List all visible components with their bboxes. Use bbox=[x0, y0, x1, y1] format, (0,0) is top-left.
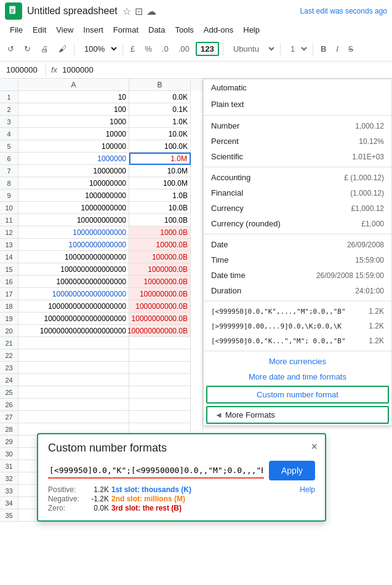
custom-number-format-item[interactable]: Custom number format bbox=[206, 386, 389, 404]
cell-a[interactable]: 1000000000000000 bbox=[18, 263, 129, 276]
spreadsheet-title[interactable]: Untitled spreadsheet bbox=[27, 6, 118, 17]
currency-rounded-item[interactable]: Currency (rounded) £1,000 bbox=[204, 216, 391, 231]
currency-item[interactable]: Currency £1,000.12 bbox=[204, 201, 391, 216]
cell-b[interactable]: 10.0K bbox=[129, 128, 191, 140]
cell-b[interactable]: 1.0B bbox=[129, 189, 191, 202]
cell-b-empty[interactable] bbox=[129, 374, 191, 386]
cell-a-empty[interactable] bbox=[18, 386, 129, 399]
cell-a[interactable]: 1000000000000000000 bbox=[18, 300, 129, 312]
cell-b[interactable]: 100.0M bbox=[129, 177, 191, 189]
cell-b[interactable]: 1000.0B bbox=[129, 226, 191, 239]
date-time-item[interactable]: Date time 26/09/2008 15:59:00 bbox=[204, 268, 391, 283]
duration-item[interactable]: Duration 24:01:00 bbox=[204, 283, 391, 298]
apply-button[interactable]: Apply bbox=[269, 461, 315, 480]
cell-a[interactable]: 100000 bbox=[18, 140, 129, 153]
date-item[interactable]: Date 26/09/2008 bbox=[204, 237, 391, 252]
cell-a[interactable]: 10000000000 bbox=[18, 202, 129, 214]
cell-a[interactable]: 100000000 bbox=[18, 177, 129, 189]
scientific-item[interactable]: Scientific 1.01E+03 bbox=[204, 149, 391, 164]
cell-a[interactable]: 100 bbox=[18, 103, 129, 116]
print-button[interactable]: 🖨 bbox=[37, 42, 52, 56]
cell-b[interactable]: 10000.0B bbox=[129, 239, 191, 251]
paint-format-button[interactable]: 🖌 bbox=[55, 42, 70, 56]
cell-a[interactable]: 100000000000000 bbox=[18, 251, 129, 263]
cell-a[interactable]: 10000000 bbox=[18, 165, 129, 177]
cell-b[interactable]: 10.0B bbox=[129, 202, 191, 214]
font-size-select[interactable]: 10 bbox=[284, 41, 309, 57]
format-123-button[interactable]: 123 bbox=[196, 42, 219, 56]
more-formats-item[interactable]: ◄ More Formats bbox=[206, 406, 389, 424]
cell-a[interactable]: 100000000000 bbox=[18, 214, 129, 226]
cell-b[interactable]: 1.0K bbox=[129, 116, 191, 128]
star-icon[interactable]: ☆ bbox=[122, 6, 131, 17]
menu-tools[interactable]: Tools bbox=[170, 24, 198, 36]
decimal0-button[interactable]: .0 bbox=[158, 42, 172, 56]
help-link[interactable]: Help bbox=[300, 485, 315, 494]
redo-button[interactable]: ↻ bbox=[20, 42, 34, 56]
menu-format[interactable]: Format bbox=[108, 24, 143, 36]
cell-b[interactable]: 100000000000.0B bbox=[129, 325, 191, 337]
time-item[interactable]: Time 15:59:00 bbox=[204, 252, 391, 268]
font-select[interactable]: Ubuntu bbox=[227, 41, 276, 57]
plain-text-item[interactable]: Plain text bbox=[204, 96, 391, 113]
percent-button[interactable]: % bbox=[141, 42, 156, 56]
cell-b[interactable]: 100.0K bbox=[129, 140, 191, 153]
cell-b[interactable]: 100000000.0B bbox=[129, 288, 191, 300]
cell-b[interactable]: 100000.0B bbox=[129, 251, 191, 263]
cnf-format-input[interactable]: [<999950]0.0,"K";[<99950000]0.0,,"M";0.0… bbox=[48, 463, 264, 479]
cnf-close-button[interactable]: × bbox=[311, 440, 318, 453]
cell-a-empty[interactable] bbox=[18, 399, 129, 411]
menu-view[interactable]: View bbox=[51, 24, 78, 36]
cell-a[interactable]: 10000000000000000000 bbox=[18, 312, 129, 325]
custom1-item[interactable]: [<999950]0.0,"K",...,"M";0.0,,"B" 1.2K bbox=[204, 304, 391, 319]
zoom-select[interactable]: 100% bbox=[78, 41, 119, 57]
number-item[interactable]: Number 1,000.12 bbox=[204, 118, 391, 133]
cell-b-empty[interactable] bbox=[129, 411, 191, 423]
cell-a[interactable]: 100000000000000000 bbox=[18, 288, 129, 300]
currency-button[interactable]: £ bbox=[127, 42, 138, 56]
cell-b[interactable]: 1000000000.0B bbox=[129, 300, 191, 312]
strikethrough-button[interactable]: S̶ bbox=[345, 42, 357, 56]
financial-item[interactable]: Financial (1,000.12) bbox=[204, 185, 391, 201]
cell-b-empty[interactable] bbox=[129, 362, 191, 374]
cell-a[interactable]: 10 bbox=[18, 91, 129, 103]
cell-a[interactable]: 1000 bbox=[18, 116, 129, 128]
cell-b[interactable]: 100.0B bbox=[129, 214, 191, 226]
cell-a[interactable]: 1000000 bbox=[18, 153, 129, 165]
bookmark-icon[interactable]: ⊡ bbox=[135, 6, 143, 17]
cell-a[interactable]: 1000000000000 bbox=[18, 226, 129, 239]
cell-a[interactable]: 10000 bbox=[18, 128, 129, 140]
menu-file[interactable]: File bbox=[5, 24, 28, 36]
percent-item[interactable]: Percent 10.12% bbox=[204, 133, 391, 149]
menu-data[interactable]: Data bbox=[143, 24, 170, 36]
cell-a-empty[interactable] bbox=[18, 362, 129, 374]
cell-b[interactable]: 1.0M bbox=[129, 153, 191, 165]
custom3-item[interactable]: [<999950]0.0,"K...","M"; 0.0,,"B" 1.2K bbox=[204, 333, 391, 348]
cell-b-empty[interactable] bbox=[129, 349, 191, 362]
decimal00-button[interactable]: .00 bbox=[175, 42, 193, 56]
cloud-icon[interactable]: ☁ bbox=[146, 6, 156, 17]
menu-addons[interactable]: Add-ons bbox=[199, 24, 238, 36]
menu-insert[interactable]: Insert bbox=[78, 24, 108, 36]
accounting-item[interactable]: Accounting £ (1,000.12) bbox=[204, 170, 391, 185]
cell-b[interactable]: 0.1K bbox=[129, 103, 191, 116]
cell-a[interactable]: 10000000000000000 bbox=[18, 276, 129, 288]
custom2-item[interactable]: [>999999]0.00,...9]0.0,\K;0.0,\K 1.2K bbox=[204, 319, 391, 333]
cell-b[interactable]: 1000000.0B bbox=[129, 263, 191, 276]
cell-b[interactable]: 0.0K bbox=[129, 91, 191, 103]
menu-edit[interactable]: Edit bbox=[28, 24, 51, 36]
cell-a[interactable]: 100000000000000000000 bbox=[18, 325, 129, 337]
cell-b-empty[interactable] bbox=[129, 399, 191, 411]
automatic-item[interactable]: Automatic bbox=[204, 79, 391, 96]
more-datetime-item[interactable]: More date and time formats bbox=[204, 369, 391, 384]
cell-a-empty[interactable] bbox=[18, 349, 129, 362]
cell-a-empty[interactable] bbox=[18, 411, 129, 423]
cell-a[interactable]: 1000000000 bbox=[18, 189, 129, 202]
formula-content[interactable]: 1000000 bbox=[62, 65, 94, 74]
cell-b-empty[interactable] bbox=[129, 337, 191, 349]
cell-b[interactable]: 10.0M bbox=[129, 165, 191, 177]
menu-help[interactable]: Help bbox=[238, 24, 265, 36]
cell-b[interactable]: 10000000000.0B bbox=[129, 312, 191, 325]
italic-button[interactable]: I bbox=[332, 42, 342, 56]
cell-a[interactable]: 10000000000000 bbox=[18, 239, 129, 251]
